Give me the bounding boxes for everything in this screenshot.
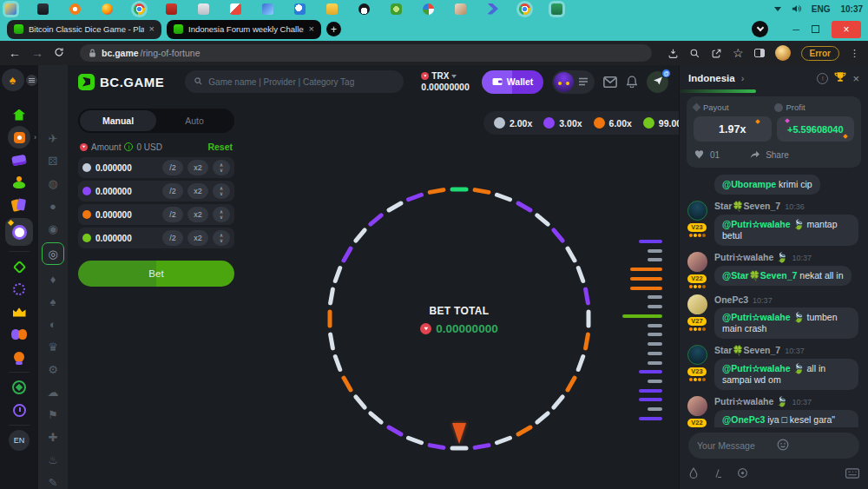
username[interactable]: Star🍀Seven_7 [714,201,780,212]
chat-toggle-button[interactable]: @ [647,71,668,93]
like-heart-icon[interactable] [694,149,705,161]
gif-keyboard-icon[interactable] [845,466,859,482]
bookmark-star-icon[interactable]: ☆ [733,47,744,59]
forward-button[interactable]: → [31,47,43,59]
chat-room-name[interactable]: Indonesia [688,73,735,83]
taskbar-icon-chrome-active[interactable] [519,3,530,15]
taskbar-icon-green-app[interactable] [391,3,402,15]
game-icon-roulette[interactable]: ⚙ [42,360,64,378]
game-icon-crash[interactable]: ✈ [42,129,64,147]
game-icon-wheel[interactable]: ✚ [42,428,64,446]
game-icon-hash-dice[interactable]: ♦ [42,270,64,287]
sidebar-item-bonus[interactable] [0,255,38,278]
share-icon[interactable] [711,48,722,59]
user-mention[interactable]: @Star🍀Seven_7 [722,270,797,281]
error-button[interactable]: Error [801,46,839,61]
bet-button[interactable]: Bet [78,261,234,287]
sidebar-item-lottery[interactable] [0,194,38,216]
coin-drop-icon[interactable] [737,466,748,482]
game-icon-beauty[interactable]: ♛ [42,338,64,355]
double-bet-button[interactable]: x2 [187,230,208,246]
tab-close-icon[interactable]: × [149,24,155,34]
game-icon-lottery[interactable]: ◍ [42,175,64,192]
back-button[interactable]: ← [9,47,21,59]
taskbar-icon-media-player[interactable] [69,3,81,15]
browser-tab-2[interactable]: Indonesia Forum weekly Challeng × [167,20,321,39]
game-icon-ring-of-fortune[interactable]: ◎ [42,242,64,265]
taskbar-icon-ebook[interactable] [166,3,177,15]
sidebar-item-promotions[interactable] [0,346,38,368]
taskbar-icon-photo-viewer[interactable] [37,3,49,15]
half-bet-button[interactable]: /2 [162,183,183,199]
bet-amount-value[interactable]: 0.000000 [95,187,158,196]
taskbar-icon-search-tool[interactable] [294,3,306,15]
sidebar-item-sports[interactable] [0,149,38,171]
double-bet-button[interactable]: x2 [187,207,208,222]
user-mention[interactable]: @Putri☆walahe 🍃 [722,219,805,229]
taskbar-icon-media-classic[interactable] [487,3,498,15]
language-indicator[interactable]: ENG [812,4,831,14]
balance-selector[interactable]: TRX 0.00000000 [421,71,469,92]
taskbar-icon-paint[interactable] [230,3,241,15]
taskbar-icon-pinwheel-app[interactable] [423,3,434,15]
username[interactable]: Putri☆walahe 🍃 [714,396,787,407]
game-icon-keno[interactable]: ☁ [42,383,64,400]
tab-search-button[interactable] [752,21,768,37]
side-panel-icon[interactable] [754,49,765,57]
profile-menu[interactable] [552,70,595,94]
stepper-down-icon[interactable]: ∨ [220,191,223,196]
sidebar-item-party[interactable] [0,323,38,346]
game-icon-coin-flip[interactable]: ◐ [42,315,64,333]
game-search-input[interactable]: Game name | Provider | Category Tag [185,70,404,93]
sidebar-collapse-button[interactable] [26,75,37,86]
bet-amount-value[interactable]: 0.000000 [95,163,158,173]
user-avatar[interactable] [687,396,707,416]
user-mention[interactable]: @Putri☆walahe 🍃 [722,312,805,322]
sidebar-item-home[interactable] [0,103,38,126]
clock[interactable]: 10:37 [840,4,863,14]
amount-stepper[interactable]: ∧∨ [213,230,230,246]
browser-tab-1[interactable]: Bitcoin Classic Dice Game - Play | × [7,20,161,39]
taskbar-icon-excel[interactable] [551,3,562,15]
notifications-bell-icon[interactable] [626,76,638,88]
taskbar-icon-firefox[interactable] [102,3,113,15]
username[interactable]: Star🍀Seven_7 [714,345,780,356]
user-avatar[interactable] [687,252,707,272]
sidebar-item-ring-of-fortune-active[interactable] [0,216,38,248]
new-tab-button[interactable]: + [326,22,341,36]
messages-icon[interactable] [603,76,617,88]
taskbar-icon-file-explorer[interactable] [5,3,16,15]
username[interactable]: OnePc3 [714,294,748,305]
stepper-down-icon[interactable]: ∨ [220,168,223,173]
chat-bubble[interactable]: @Putri☆walahe 🍃 all in sampai wd om [714,359,858,390]
emoji-smiley-icon[interactable] [777,439,852,453]
double-bet-button[interactable]: x2 [187,183,208,199]
bcgame-logo[interactable]: BC.GAME [78,74,164,90]
amount-stepper[interactable]: ∧∨ [213,207,230,222]
wallet-button[interactable]: Wallet [482,70,544,94]
taskbar-icon-file-manager[interactable] [326,3,338,15]
window-close-button[interactable]: × [832,21,861,38]
taskbar-icon-chrome[interactable] [134,3,145,15]
tab-manual[interactable]: Manual [80,110,156,131]
chat-bubble[interactable]: @Star🍀Seven_7 nekat all in [714,266,852,286]
bcgame-spade-logo[interactable]: ♠ [2,69,24,91]
chat-message-input[interactable]: Your Message [688,433,859,459]
browser-profile-avatar[interactable] [775,45,791,61]
trophy-icon[interactable] [834,70,846,86]
user-mention[interactable]: @OnePc3 [722,414,765,425]
window-maximize-button[interactable] [812,25,819,33]
info-icon[interactable]: i [124,142,133,151]
taskbar-icon-notepad[interactable] [198,3,209,15]
user-mention[interactable]: @Uborampe [722,179,776,189]
sidebar-item-vip-club[interactable] [0,376,38,399]
bet-amount-value[interactable]: 0.000000 [95,210,158,220]
sidebar-item-recent[interactable] [0,399,38,421]
refresh-button[interactable] [54,47,64,59]
zoom-icon[interactable] [689,48,700,59]
user-avatar[interactable] [687,345,707,365]
amount-stepper[interactable]: ∧∨ [213,160,230,175]
taskbar-icon-image-editor[interactable] [262,3,273,15]
sidebar-item-casino[interactable]: › [0,126,38,149]
game-icon-goal[interactable]: ◉ [42,220,64,237]
